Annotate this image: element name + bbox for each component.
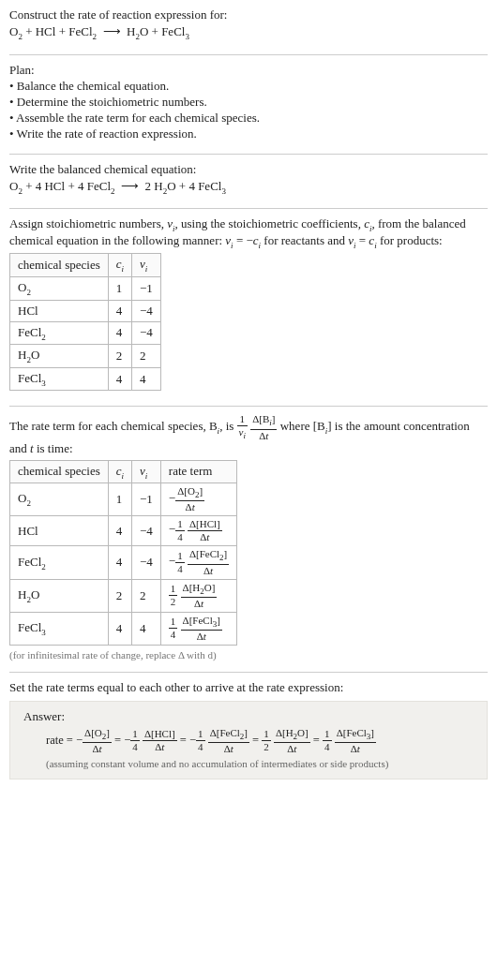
plan-item: • Determine the stoichiometric numbers. [9, 95, 488, 110]
intro-title: Construct the rate of reaction expressio… [9, 7, 488, 22]
text: , is [219, 419, 236, 433]
rateterm-section: The rate term for each chemical species,… [9, 414, 488, 666]
cell: −Δ[O2]Δt [160, 483, 236, 516]
cell: 2 [132, 579, 161, 612]
answer-box: Answer: rate = −Δ[O2]Δt = −14 Δ[HCl]Δt =… [9, 701, 488, 780]
divider [9, 672, 488, 673]
rateterm-footnote: (for infinitesimal rate of change, repla… [9, 649, 488, 661]
cell: 2 [132, 345, 161, 368]
cell: 4 [108, 300, 131, 321]
col-ci: ci [108, 254, 131, 277]
stoich-table: chemical species ci νi O21−1 HCl4−4 FeCl… [9, 253, 161, 391]
divider [9, 406, 488, 407]
plan-item: • Assemble the rate term for each chemic… [9, 111, 488, 126]
rate-term-formula: 1νi Δ[Bi]Δt [237, 419, 280, 433]
cell: −4 [132, 516, 161, 546]
cell: −14 Δ[HCl]Δt [160, 516, 236, 546]
cell: O2 [10, 483, 109, 516]
cell: 14 Δ[FeCl3]Δt [160, 612, 236, 645]
cell: 2 [108, 345, 131, 368]
cell: 1 [108, 276, 131, 300]
intro-section: Construct the rate of reaction expressio… [9, 7, 488, 49]
text: is time: [34, 441, 73, 455]
table-row: H2O2212 Δ[H2O]Δt [10, 579, 237, 612]
cell: 2 [108, 579, 131, 612]
cell: H2O [10, 579, 109, 612]
assign-text: Assign stoichiometric numbers, νi, using… [9, 216, 488, 249]
cell: HCl [10, 516, 109, 546]
divider [9, 154, 488, 155]
text: where [B [280, 419, 325, 433]
cell: 4 [108, 516, 131, 546]
rate-term-table: chemical species ci νi rate term O21−1−Δ… [9, 460, 237, 646]
plan-heading: Plan: [9, 63, 488, 78]
cell: O2 [10, 276, 109, 300]
answer-note: (assuming constant volume and no accumul… [46, 758, 474, 769]
answer-label: Answer: [23, 709, 474, 724]
cell: 4 [108, 321, 131, 345]
table-row: FeCl344 [10, 367, 161, 391]
cell: −1 [132, 483, 161, 516]
table-row: HCl4−4−14 Δ[HCl]Δt [10, 516, 237, 546]
col-species: chemical species [10, 460, 109, 483]
cell: 12 Δ[H2O]Δt [160, 579, 236, 612]
col-vi: νi [132, 460, 161, 483]
balanced-equation: O2 + 4 HCl + 4 FeCl2 ⟶ 2 H2O + 4 FeCl3 [9, 179, 488, 196]
table-header-row: chemical species ci νi rate term [10, 460, 237, 483]
cell: FeCl3 [10, 367, 109, 391]
cell: H2O [10, 345, 109, 368]
col-species: chemical species [10, 254, 109, 277]
balanced-section: Write the balanced chemical equation: O2… [9, 162, 488, 203]
rate-expression: rate = −Δ[O2]Δt = −14 Δ[HCl]Δt = −14 Δ[F… [46, 728, 474, 754]
table-row: O21−1−Δ[O2]Δt [10, 483, 237, 516]
final-heading: Set the rate terms equal to each other t… [9, 680, 488, 695]
table-row: H2O22 [10, 345, 161, 368]
cell: −1 [132, 276, 161, 300]
cell: 4 [108, 367, 131, 391]
table-row: HCl4−4 [10, 300, 161, 321]
plan-section: Plan: • Balance the chemical equation. •… [9, 63, 488, 148]
cell: 4 [132, 367, 161, 391]
col-rate: rate term [160, 460, 236, 483]
balanced-heading: Write the balanced chemical equation: [9, 162, 488, 177]
table-row: FeCl34414 Δ[FeCl3]Δt [10, 612, 237, 645]
cell: −14 Δ[FeCl2]Δt [160, 546, 236, 579]
cell: 4 [132, 612, 161, 645]
divider [9, 54, 488, 55]
cell: FeCl2 [10, 321, 109, 345]
col-vi: νi [132, 254, 161, 277]
cell: −4 [132, 300, 161, 321]
divider [9, 208, 488, 209]
table-row: FeCl24−4 [10, 321, 161, 345]
cell: HCl [10, 300, 109, 321]
col-ci: ci [108, 460, 131, 483]
rateterm-text: The rate term for each chemical species,… [9, 414, 488, 455]
cell: FeCl2 [10, 546, 109, 579]
intro-equation: O2 + HCl + FeCl2 ⟶ H2O + FeCl3 [9, 24, 488, 41]
cell: −4 [132, 321, 161, 345]
table-header-row: chemical species ci νi [10, 254, 161, 277]
cell: −4 [132, 546, 161, 579]
cell: 1 [108, 483, 131, 516]
text: The rate term for each chemical species,… [9, 419, 218, 433]
plan-item: • Write the rate of reaction expression. [9, 126, 488, 141]
plan-item: • Balance the chemical equation. [9, 79, 488, 94]
table-row: FeCl24−4−14 Δ[FeCl2]Δt [10, 546, 237, 579]
final-section: Set the rate terms equal to each other t… [9, 680, 488, 785]
cell: 4 [108, 546, 131, 579]
assign-section: Assign stoichiometric numbers, νi, using… [9, 216, 488, 400]
table-row: O21−1 [10, 276, 161, 300]
cell: FeCl3 [10, 612, 109, 645]
cell: 4 [108, 612, 131, 645]
